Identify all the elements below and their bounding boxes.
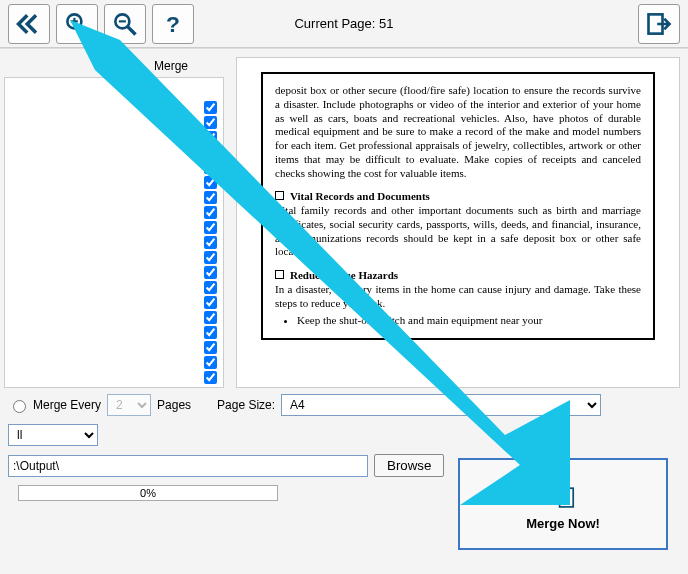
list-item: [11, 325, 217, 340]
browse-button[interactable]: Browse: [374, 454, 444, 477]
merge-every-label: Merge Every: [33, 398, 101, 412]
pages-label: Pages: [157, 398, 191, 412]
merge-now-button[interactable]: Merge Now!: [458, 458, 668, 550]
exit-button[interactable]: [638, 4, 680, 44]
list-item: [11, 100, 217, 115]
list-item: [11, 295, 217, 310]
list-item: [11, 160, 217, 175]
zoom-out-icon: [111, 10, 139, 38]
merge-page-checkbox[interactable]: [204, 341, 217, 354]
list-item: [11, 190, 217, 205]
list-item: [11, 340, 217, 355]
list-item: [11, 370, 217, 385]
exit-icon: [645, 10, 673, 38]
zoom-in-icon: [63, 10, 91, 38]
merge-page-checkbox[interactable]: [204, 191, 217, 204]
list-item: [11, 130, 217, 145]
page-size-select[interactable]: A4: [281, 394, 601, 416]
list-item: [11, 205, 217, 220]
page-size-label: Page Size:: [217, 398, 275, 412]
double-arrow-left-icon: [15, 10, 43, 38]
list-item: [11, 265, 217, 280]
merge-page-checkbox[interactable]: [204, 221, 217, 234]
svg-line-5: [128, 26, 136, 34]
merge-every-count[interactable]: 2: [107, 394, 151, 416]
list-item: [11, 280, 217, 295]
output-path-input[interactable]: [8, 455, 368, 477]
list-item: [11, 220, 217, 235]
merge-page-checkbox[interactable]: [204, 326, 217, 339]
merge-page-checkbox[interactable]: [204, 116, 217, 129]
zoom-out-button[interactable]: [104, 4, 146, 44]
zoom-in-button[interactable]: [56, 4, 98, 44]
list-item: [11, 145, 217, 160]
list-item: [11, 175, 217, 190]
merge-page-checkbox[interactable]: [204, 251, 217, 264]
list-item: [11, 355, 217, 370]
merge-page-checkbox[interactable]: [204, 161, 217, 174]
merge-page-checkbox[interactable]: [204, 311, 217, 324]
page-merge-list[interactable]: [4, 77, 224, 388]
merge-page-checkbox[interactable]: [204, 101, 217, 114]
merge-page-checkbox[interactable]: [204, 371, 217, 384]
merge-page-checkbox[interactable]: [204, 356, 217, 369]
merge-now-label: Merge Now!: [526, 516, 600, 531]
merge-pages-icon: [546, 478, 580, 512]
merge-page-checkbox[interactable]: [204, 146, 217, 159]
merge-column-header: Merge: [0, 57, 228, 77]
secondary-select[interactable]: ll: [8, 424, 98, 446]
list-item: [11, 115, 217, 130]
list-item: [11, 250, 217, 265]
merge-page-checkbox[interactable]: [204, 206, 217, 219]
merge-page-checkbox[interactable]: [204, 281, 217, 294]
page-preview[interactable]: deposit box or other secure (flood/fire …: [236, 57, 680, 388]
merge-page-checkbox[interactable]: [204, 266, 217, 279]
document-page: deposit box or other secure (flood/fire …: [261, 72, 655, 340]
merge-page-checkbox[interactable]: [204, 131, 217, 144]
question-icon: ?: [159, 10, 187, 38]
merge-page-checkbox[interactable]: [204, 236, 217, 249]
back-all-button[interactable]: [8, 4, 50, 44]
list-item: [11, 310, 217, 325]
help-button[interactable]: ?: [152, 4, 194, 44]
merge-page-checkbox[interactable]: [204, 176, 217, 189]
merge-page-checkbox[interactable]: [204, 296, 217, 309]
progress-bar: 0%: [18, 485, 278, 501]
list-item: [11, 235, 217, 250]
svg-line-1: [80, 26, 88, 34]
merge-every-radio[interactable]: Merge Every: [8, 397, 101, 413]
svg-text:?: ?: [166, 10, 180, 36]
